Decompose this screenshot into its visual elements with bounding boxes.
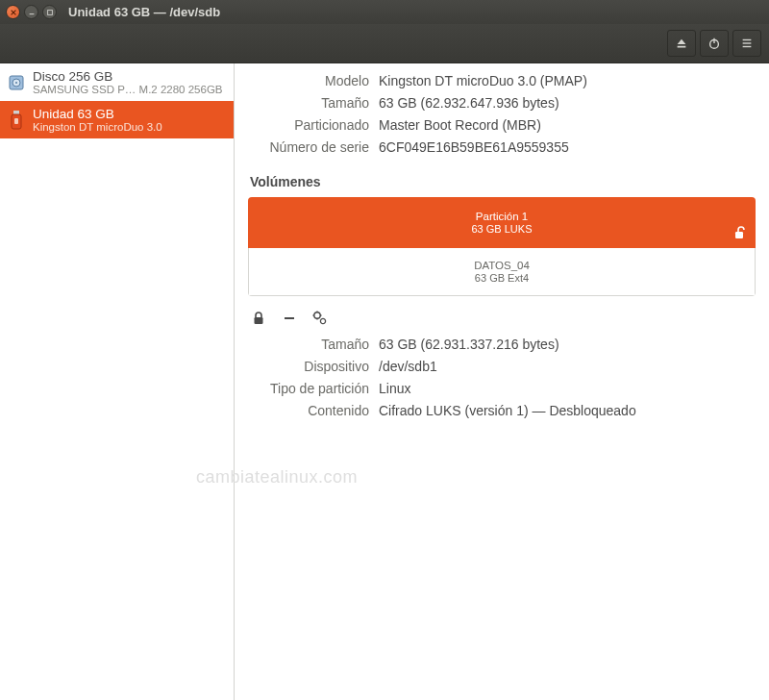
sidebar-item-disk-0[interactable]: Disco 256 GB SAMSUNG SSD P… M.2 2280 256…	[0, 63, 234, 101]
volume-luks-name: Partición 1	[256, 211, 748, 222]
svg-point-11	[15, 82, 17, 84]
sidebar: Disco 256 GB SAMSUNG SSD P… M.2 2280 256…	[0, 63, 235, 700]
unlocked-icon	[732, 225, 748, 242]
power-icon	[707, 37, 721, 50]
sidebar-item-name: Unidad 63 GB	[33, 107, 226, 121]
power-button[interactable]	[700, 30, 729, 57]
window-close-button[interactable]	[6, 5, 20, 19]
minus-button[interactable]	[281, 310, 298, 327]
volume-luks-size: 63 GB LUKS	[256, 223, 748, 235]
toolbar	[0, 24, 769, 63]
hamburger-icon	[740, 37, 754, 50]
eject-icon	[675, 37, 688, 50]
window-minimize-button[interactable]	[24, 5, 38, 19]
window-title: Unidad 63 GB — /dev/sdb	[68, 5, 220, 19]
svg-point-23	[320, 318, 325, 323]
label-part-content: Contenido	[248, 403, 369, 418]
value-partitioning: Master Boot Record (MBR)	[379, 117, 756, 133]
svg-rect-16	[255, 317, 263, 324]
value-size: 63 GB (62.932.647.936 bytes)	[379, 95, 756, 111]
label-part-device: Dispositivo	[248, 359, 369, 374]
gears-icon	[312, 311, 328, 326]
sidebar-item-disk-1[interactable]: Unidad 63 GB Kingston DT microDuo 3.0	[0, 101, 234, 138]
label-partitioning: Particionado	[248, 117, 369, 133]
titlebar: Unidad 63 GB — /dev/sdb	[0, 0, 769, 24]
volume-fs-name: DATOS_04	[257, 260, 747, 271]
label-part-size: Tamaño	[248, 337, 369, 352]
value-part-size: 63 GB (62.931.337.216 bytes)	[379, 337, 756, 352]
volume-actions	[250, 310, 754, 327]
value-model: Kingston DT microDuo 3.0 (PMAP)	[379, 73, 756, 88]
volume-luks[interactable]: Partición 1 63 GB LUKS	[248, 197, 756, 248]
svg-rect-17	[285, 317, 294, 319]
detail-pane: Modelo Kingston DT microDuo 3.0 (PMAP) T…	[235, 63, 769, 700]
value-part-type: Linux	[379, 381, 756, 396]
hdd-icon	[8, 73, 25, 92]
svg-rect-12	[13, 111, 19, 114]
gears-button[interactable]	[311, 310, 329, 327]
partition-info: Tamaño 63 GB (62.931.337.216 bytes) Disp…	[248, 337, 756, 418]
usb-drive-icon	[8, 111, 25, 130]
volume-diagram: Partición 1 63 GB LUKS DATOS_04 63 GB Ex…	[248, 197, 756, 296]
label-size: Tamaño	[248, 95, 369, 111]
svg-rect-3	[47, 10, 52, 14]
menu-button[interactable]	[732, 30, 761, 57]
drive-info: Modelo Kingston DT microDuo 3.0 (PMAP) T…	[248, 73, 756, 155]
lock-icon	[251, 311, 266, 326]
label-part-type: Tipo de partición	[248, 381, 369, 396]
volumes-heading: Volúmenes	[250, 174, 756, 189]
sidebar-item-sub: SAMSUNG SSD P… M.2 2280 256GB	[33, 84, 226, 95]
value-part-device: /dev/sdb1	[379, 359, 756, 374]
window-maximize-button[interactable]	[42, 5, 57, 19]
label-serial: Número de serie	[248, 139, 369, 155]
svg-rect-15	[735, 232, 743, 238]
lock-button[interactable]	[250, 310, 267, 327]
minus-icon	[282, 311, 297, 326]
maximize-icon	[46, 9, 54, 16]
close-icon	[10, 9, 17, 16]
svg-point-18	[314, 312, 320, 318]
minimize-icon	[28, 9, 36, 16]
sidebar-item-sub: Kingston DT microDuo 3.0	[33, 121, 226, 133]
sidebar-item-name: Disco 256 GB	[33, 69, 226, 84]
main-area: Disco 256 GB SAMSUNG SSD P… M.2 2280 256…	[0, 63, 769, 700]
value-part-content: Cifrado LUKS (versión 1) — Desbloqueado	[379, 403, 756, 418]
label-model: Modelo	[248, 73, 369, 88]
volume-fs[interactable]: DATOS_04 63 GB Ext4	[248, 248, 756, 296]
svg-rect-14	[14, 118, 18, 124]
value-serial: 6CF049E16B59BE61A9559355	[379, 139, 756, 155]
volume-fs-size: 63 GB Ext4	[257, 272, 747, 284]
eject-button[interactable]	[667, 30, 696, 57]
